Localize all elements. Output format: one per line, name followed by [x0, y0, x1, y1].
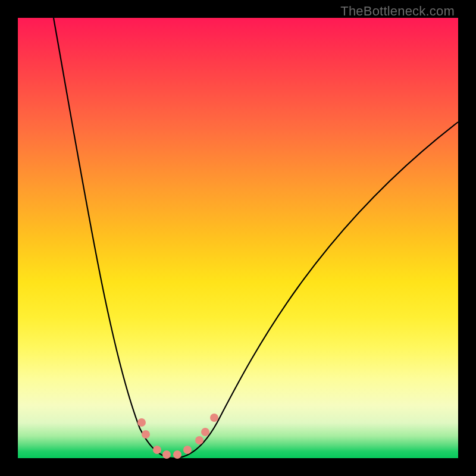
marker-dot [162, 450, 171, 459]
marker-dot [210, 414, 218, 422]
bottleneck-chart [18, 18, 458, 458]
marker-dot [183, 446, 192, 454]
bottleneck-curve-line [54, 18, 458, 458]
marker-dot [142, 430, 150, 439]
marker-dot [195, 436, 203, 444]
marker-group [137, 414, 218, 459]
marker-dot [201, 428, 209, 436]
marker-dot [173, 450, 181, 459]
marker-dot [137, 418, 146, 427]
marker-dot [153, 446, 161, 454]
watermark-text: TheBottleneck.com [340, 4, 455, 19]
